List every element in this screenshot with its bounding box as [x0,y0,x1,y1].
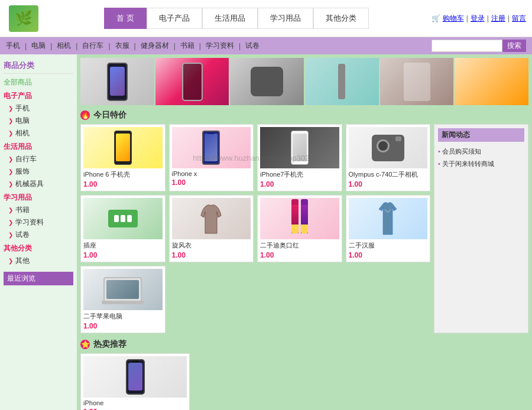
sidebar-item-machinery[interactable]: ❯机械器具 [4,178,73,190]
product-lipstick[interactable]: 二手迪奥口红 1.00 [257,195,342,262]
bullet-icon: ❯ [8,168,13,175]
nav-life[interactable]: 生活用品 [202,8,258,29]
banner [80,58,528,105]
subnav-bike[interactable]: 自行车 [82,41,103,51]
product-iphone7-case[interactable]: iPhone7手机壳 1.00 [257,124,342,191]
bullet-icon: ❯ [8,258,13,264]
sidebar-item-bike[interactable]: ❯自行车 [4,153,73,165]
product-name: iPhone [83,399,187,406]
header: 🌿 首 页 电子产品 生活用品 学习用品 其他分类 🛒 购物车 | 登录 | 注… [0,0,532,37]
sidebar-all[interactable]: 全部商品 [4,76,73,89]
nav-home[interactable]: 首 页 [104,8,147,29]
product-price: 1.00 [83,180,163,188]
product-price: 1.00 [260,180,339,188]
product-thumb [83,198,163,239]
sidebar-item-other[interactable]: ❯其他 [4,255,73,267]
product-grid-3: 二手苹果电脑 1.00 [80,266,430,333]
sidebar-item-computer[interactable]: ❯电脑 [4,115,73,127]
today-special-title: 今日特价 [93,110,126,121]
bullet-icon: ❯ [8,181,13,187]
product-thumb [349,127,428,168]
product-name: 旋风衣 [172,241,251,250]
product-iphone-hot[interactable]: iPhone 1.00 [80,353,190,410]
main-nav: 首 页 电子产品 生活用品 学习用品 其他分类 [104,8,369,29]
product-thumb [172,198,251,239]
logo-icon: 🌿 [9,5,38,32]
subnav-sep6: | [174,42,176,50]
product-thumb [260,198,339,239]
sidebar-item-exam[interactable]: ❯试卷 [4,229,73,241]
product-name: iPhone7手机壳 [260,170,339,179]
subnav-sep7: | [199,42,201,50]
sidebar-item-phone[interactable]: ❯手机 [4,102,73,115]
sidebar-group-life: 生活用品 [4,139,73,153]
separator1: | [466,14,468,22]
product-price: 1.00 [83,408,187,410]
news-title: 新闻动态 [438,128,524,142]
banner-item-1[interactable] [80,58,154,105]
news-item-1[interactable]: 会员购买须知 [438,145,524,158]
sidebar-item-clothes[interactable]: ❯服饰 [4,165,73,178]
product-name: 二手苹果电脑 [83,312,163,321]
subnav-camera[interactable]: 相机 [57,41,71,51]
search-button[interactable]: 搜索 [502,40,526,52]
subnav-fitness[interactable]: 健身器材 [141,41,169,51]
nav-study[interactable]: 学习用品 [258,8,313,29]
product-iphone6-case[interactable]: iPhone 6 手机壳 1.00 [80,124,166,191]
bullet-icon: ❯ [8,118,13,124]
product-apple-laptop[interactable]: 二手苹果电脑 1.00 [80,266,166,333]
subnav-sep1: | [25,42,27,50]
products-area: iPhone 6 手机壳 1.00 iPhone x 1.00 [80,124,430,333]
hot-recommend-title: 热卖推荐 [93,339,126,350]
cart-link[interactable]: 购物车 [443,14,464,24]
sidebar-item-study-material[interactable]: ❯学习资料 [4,216,73,229]
subnav: 手机 | 电脑 | 相机 | 自行车 | 衣服 | 健身器材 | 书籍 | 学习… [0,37,532,54]
subnav-exam[interactable]: 试卷 [245,41,259,51]
banner-item-6[interactable] [455,58,528,105]
nav-electronics[interactable]: 电子产品 [147,8,202,29]
product-iphonex[interactable]: iPhone x 1.00 [169,124,254,191]
product-socket[interactable]: 插座 1.00 [80,195,166,262]
product-hanfu[interactable]: 二手汉服 1.00 [346,195,431,262]
subnav-sep5: | [134,42,136,50]
sidebar-item-camera[interactable]: ❯相机 [4,127,73,139]
sidebar-group-study: 学习用品 [4,190,73,204]
bullet-icon: ❯ [8,207,13,213]
subnav-phone[interactable]: 手机 [6,41,20,51]
product-coat[interactable]: 旋风衣 1.00 [169,195,254,262]
search-form: 搜索 [432,40,526,52]
today-special-header: 🔥 今日特价 [80,110,528,121]
hanfu-svg [376,200,400,237]
product-name: 二手迪奥口红 [260,241,339,250]
message-link[interactable]: 留言 [512,14,526,24]
banner-item-5[interactable] [380,58,454,105]
bullet-icon: ❯ [8,219,13,226]
subnav-books[interactable]: 书籍 [180,41,194,51]
product-price: 1.00 [349,251,428,259]
banner-item-4[interactable] [305,58,379,105]
banner-item-2[interactable] [155,58,229,105]
sidebar-group-other: 其他分类 [4,241,73,255]
separator2: | [487,14,489,22]
banner-item-3[interactable] [230,58,304,105]
register-link[interactable]: 注册 [491,14,505,24]
header-right: 🛒 购物车 | 登录 | 注册 | 留言 [432,14,526,24]
product-name: iPhone x [172,170,251,177]
logo: 🌿 [6,4,41,33]
sidebar-item-books[interactable]: ❯书籍 [4,204,73,216]
subnav-clothes[interactable]: 衣服 [115,41,129,51]
product-price: 1.00 [83,322,163,330]
subnav-sep4: | [108,42,110,50]
nav-other[interactable]: 其他分类 [313,8,369,29]
product-thumb [172,127,251,168]
search-input[interactable] [432,40,502,52]
subnav-computer[interactable]: 电脑 [31,41,46,51]
recent-browse-title: 最近浏览 [4,272,73,285]
news-item-2[interactable]: 关于闲来转转商城 [438,158,524,170]
hot-product-grid: iPhone 1.00 [80,353,528,410]
subnav-study[interactable]: 学习资料 [206,41,234,51]
product-olympus[interactable]: Olympus c-740二手相机 1.00 [346,124,431,191]
sidebar: 商品分类 全部商品 电子产品 ❯手机 ❯电脑 ❯相机 生活用品 ❯自行车 ❯服饰… [0,54,77,410]
product-thumb [83,356,187,398]
login-link[interactable]: 登录 [471,14,485,24]
